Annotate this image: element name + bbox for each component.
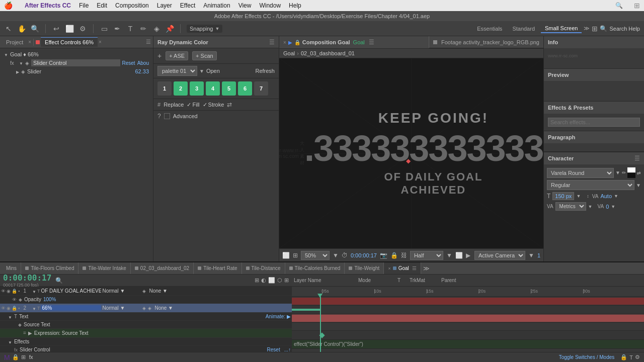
layer-2-eye[interactable]: 👁 [1, 306, 6, 311]
tl-tabs-more[interactable]: ≫ [423, 265, 430, 272]
grid-icon[interactable]: ⊞ [293, 252, 298, 259]
region-tool[interactable]: ⬜ [65, 24, 74, 33]
color-swap-icon[interactable]: ⇄ [637, 170, 641, 175]
layer-2-lock[interactable]: 🔒 [12, 306, 17, 311]
effect-controls-tab-close[interactable]: × [99, 39, 102, 45]
menu-file[interactable]: File [79, 2, 89, 9]
rdc-menu-icon[interactable]: ☰ [269, 39, 275, 46]
resolution-select[interactable]: Half Full Quarter [410, 251, 443, 260]
fill-color-swatch[interactable] [627, 167, 635, 172]
zoom-tool[interactable]: 🔍 [30, 24, 39, 33]
swatch-5[interactable]: 5 [222, 81, 236, 96]
tab-standard[interactable]: Standard [508, 25, 539, 33]
select-tool[interactable]: ↖ [4, 24, 13, 33]
replace-btn[interactable]: Replace [164, 102, 184, 108]
undo-tool[interactable]: ↩ [52, 24, 61, 33]
search-icon[interactable]: 🔍 [615, 2, 623, 9]
char-style-select[interactable]: Regular [547, 180, 634, 190]
bottom-icon-4[interactable]: T [629, 354, 633, 360]
menu-window[interactable]: Window [259, 2, 281, 9]
tl-icon-5[interactable]: ⊞ [284, 277, 289, 284]
effects-group-arrow[interactable] [8, 339, 12, 345]
style-dropdown-icon[interactable]: ▼ [636, 183, 641, 188]
pin-tool[interactable]: 📌 [165, 24, 174, 33]
text-group-arrow[interactable] [8, 314, 12, 320]
search-help-label[interactable]: Search Help [609, 26, 640, 32]
swatch-1[interactable]: 1 [157, 81, 172, 96]
camera-icon[interactable]: 📷 [380, 252, 387, 259]
bottom-icon-2[interactable]: ⊞ [21, 354, 26, 360]
key-icon[interactable]: ◆ [19, 297, 22, 302]
tl-icon-3[interactable]: ⬜ [268, 277, 275, 284]
layer-2-label[interactable]: ▪ [18, 306, 20, 311]
clone-tool[interactable]: ◈ [152, 24, 161, 33]
font-size-val[interactable]: 150 px [552, 192, 574, 200]
leading-val[interactable]: Auto [600, 193, 612, 199]
font-dropdown-icon[interactable]: ▼ [615, 170, 620, 175]
layer-2-quality[interactable]: ◈ [142, 306, 146, 311]
hand-tool[interactable]: ✋ [17, 24, 26, 33]
metrics-select[interactable]: Metrics Optical [555, 202, 586, 211]
camera-chevron[interactable]: ▼ [528, 252, 534, 259]
sc-reset-btn[interactable]: Reset [267, 347, 280, 352]
scan-btn[interactable]: + Scan [192, 51, 217, 60]
layer-1-mode[interactable]: Normal ▼ [102, 288, 132, 294]
menu-help[interactable]: Help [289, 2, 301, 9]
bottom-icon-3[interactable]: 🔒 [620, 354, 627, 360]
comp-menu-icon[interactable]: ☰ [369, 39, 374, 46]
layer-2-solo[interactable]: ◉ [7, 306, 11, 311]
tl-icon-1[interactable]: ⊞ [255, 277, 259, 284]
tl-tab-mins[interactable]: Mins [2, 262, 21, 274]
animate-btn[interactable]: Animate: ▶ [266, 314, 291, 319]
metrics-chevron[interactable]: ▼ [588, 204, 593, 209]
rect-tool[interactable]: ▭ [100, 24, 109, 33]
layer-2-mode[interactable]: Normal ▼ [102, 305, 132, 311]
effects-search-input[interactable] [548, 118, 640, 127]
tl-search-icon[interactable]: 🔍 [55, 277, 63, 284]
zoom-chevron[interactable]: ▼ [333, 252, 339, 259]
layer-1-arrow[interactable] [32, 288, 36, 294]
comp-viewport[interactable]: 大人素材 www.rr-sc.com www.rr-sc.com 大人素材 KE… [279, 58, 543, 248]
apple-menu[interactable]: 🍎 [4, 2, 13, 10]
tl-tab-distance[interactable]: Tile-Distance [242, 262, 285, 274]
menu-animation[interactable]: Animation [203, 2, 230, 9]
swatch-2[interactable]: 2 [174, 81, 188, 96]
menu-effect[interactable]: Effect [180, 2, 195, 9]
pen-tool[interactable]: ✒ [113, 24, 122, 33]
camera-select[interactable]: Active Camera [474, 251, 525, 260]
font-size-chevron[interactable]: ▼ [576, 194, 581, 199]
goal-arrow[interactable] [4, 51, 8, 57]
workspace-more-icon[interactable]: ≫ [584, 25, 590, 32]
swatch-3[interactable]: 3 [190, 81, 204, 96]
advanced-checkbox[interactable] [164, 113, 170, 119]
workspace-icon-2[interactable]: 🔍 [600, 25, 607, 32]
tl-icon-4[interactable]: ⬡ [277, 277, 282, 284]
layer-2-arrow[interactable] [32, 305, 36, 311]
swatch-4[interactable]: 4 [206, 81, 220, 96]
play-icon[interactable]: ⬜ [282, 252, 290, 259]
comp-close[interactable]: × [283, 40, 286, 45]
zoom-select[interactable]: 50% 100% 25% [301, 251, 330, 260]
tl-goal-close[interactable]: × [388, 266, 390, 271]
layer-2-name[interactable]: 66% [41, 305, 101, 311]
kern-chevron[interactable]: ▼ [611, 204, 615, 209]
palette-select[interactable]: palette 01 [157, 66, 197, 76]
tl-goal-menu[interactable]: ☰ [412, 265, 417, 271]
slider-arrow[interactable] [16, 68, 19, 74]
sc-dots[interactable]: ...↑ [284, 347, 291, 352]
breadcrumb-goal[interactable]: Goal [283, 50, 295, 56]
source-text-key[interactable]: ◆ [18, 322, 22, 327]
leading-chevron[interactable]: ▼ [614, 194, 618, 199]
fullscreen-icon[interactable]: ⊞ [634, 2, 640, 10]
tl-tab-weight[interactable]: Tile-Weight [345, 262, 384, 274]
menu-view[interactable]: View [238, 2, 252, 9]
layer-1-solo[interactable]: ◉ [7, 289, 11, 294]
slider-value[interactable]: 62.33 [135, 68, 149, 74]
app-name[interactable]: After Effects CC [25, 2, 71, 9]
tl-tab-floors[interactable]: Tile-Floors Climbed [21, 262, 78, 274]
slider-control-arrow[interactable] [19, 60, 23, 66]
layer-2-parent[interactable]: None ▼ [154, 305, 173, 311]
tl-tab-water[interactable]: Tile-Water Intake [78, 262, 130, 274]
tab-effect-controls[interactable]: Effect Controls 66% [41, 37, 98, 47]
char-menu-icon[interactable]: ☰ [634, 155, 640, 162]
